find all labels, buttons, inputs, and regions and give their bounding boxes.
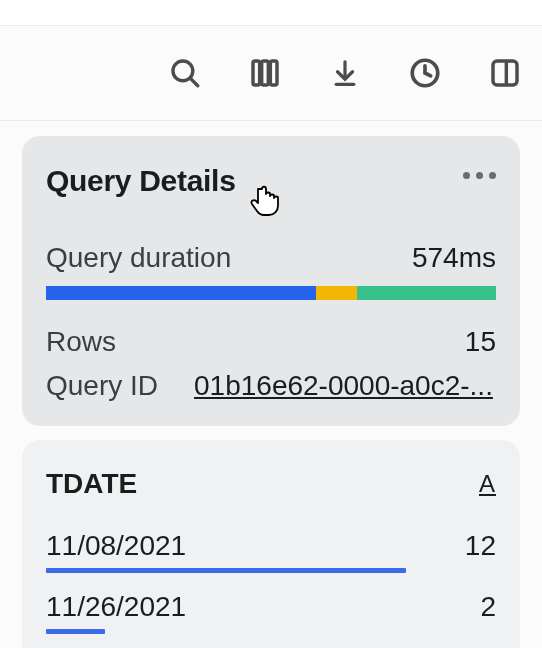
search-icon <box>168 56 202 90</box>
svg-line-1 <box>190 78 197 85</box>
svg-rect-3 <box>262 61 269 85</box>
column-distribution-panel: TDATE A 11/08/20211211/26/2021211/07/202… <box>22 440 520 648</box>
list-item[interactable]: 11/26/20212 <box>46 591 496 623</box>
history-button[interactable] <box>406 54 444 92</box>
duration-bar-segment <box>357 286 497 300</box>
columns-button[interactable] <box>246 54 284 92</box>
list-item[interactable]: 11/08/202112 <box>46 530 496 562</box>
download-button[interactable] <box>326 54 364 92</box>
more-options-button[interactable] <box>463 164 496 179</box>
query-id-link[interactable]: 01b16e62-0000-a0c2-... <box>194 370 496 402</box>
column-name: TDATE <box>46 468 137 500</box>
list-item-date: 11/08/2021 <box>46 530 186 562</box>
columns-icon <box>249 57 281 89</box>
results-toolbar <box>0 26 542 121</box>
duration-label: Query duration <box>46 242 231 274</box>
panel-title: Query Details <box>46 164 236 198</box>
svg-rect-4 <box>270 61 277 85</box>
cursor-hand-icon <box>250 180 284 216</box>
query-details-panel: Query Details Query duration 574ms Rows … <box>22 136 520 426</box>
rows-label: Rows <box>46 326 116 358</box>
clock-icon <box>408 56 442 90</box>
query-duration-row: Query duration 574ms <box>46 242 496 274</box>
distribution-bar <box>46 629 105 634</box>
query-id-row: Query ID 01b16e62-0000-a0c2-... <box>46 370 496 402</box>
list-item-count: 12 <box>465 530 496 562</box>
panel-toggle-icon <box>489 57 521 89</box>
duration-bar-segment <box>46 286 316 300</box>
rows-value: 15 <box>465 326 496 358</box>
column-type-badge[interactable]: A <box>479 470 496 498</box>
duration-bar <box>46 286 496 300</box>
search-button[interactable] <box>166 54 204 92</box>
query-id-label: Query ID <box>46 370 158 402</box>
list-item-count: 2 <box>480 591 496 623</box>
panel-toggle-button[interactable] <box>486 54 524 92</box>
distribution-bar <box>46 568 406 573</box>
svg-rect-2 <box>253 61 260 85</box>
duration-bar-segment <box>316 286 357 300</box>
list-item-date: 11/26/2021 <box>46 591 186 623</box>
more-options-icon <box>463 172 470 179</box>
duration-value: 574ms <box>412 242 496 274</box>
rows-row: Rows 15 <box>46 326 496 358</box>
download-icon <box>330 56 360 90</box>
window-titlebar-area <box>0 0 542 26</box>
